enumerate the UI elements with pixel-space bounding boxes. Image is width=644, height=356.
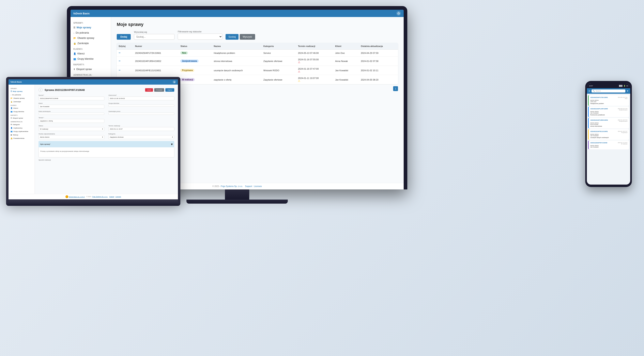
topic-value[interactable]: zapytanie o ofertę	[38, 119, 104, 123]
number-value: 20231228/AP/I97J/10648	[38, 97, 104, 100]
laptop-sidebar-export[interactable]: ⬆ Eksport spraw	[8, 116, 35, 120]
mobile-item-header: #20231228/AP/I97J/10648 2024-01-11 10:07…	[590, 142, 628, 145]
mobile-menu-button[interactable]: ☰	[588, 90, 590, 92]
alert-icon: ⚠	[298, 70, 300, 73]
mobile-filter-button[interactable]: ▼	[626, 90, 628, 92]
laptop-download-label: Do pobrania	[12, 94, 21, 96]
mobile-status-right: ▋▋▋ 🔋 60	[619, 85, 628, 87]
mobile-item-user: Jan Kowalski	[590, 146, 628, 148]
laptop-sidebar-categories[interactable]: ⚙ Kategorie	[8, 123, 35, 126]
laptop-support-link[interactable]: Support	[109, 196, 114, 197]
search-button[interactable]: Szukaj	[226, 34, 238, 40]
deadline-cell: 2024-01-16 07:55:00⚠	[296, 56, 333, 66]
mobile-item-desc: strona internetowa	[590, 126, 628, 127]
mobile-item-desc: Headphones problem	[590, 103, 628, 104]
update-cell: 2024-01-02 10:11	[359, 66, 398, 75]
search-label: Wyszukaj wg	[134, 31, 174, 33]
deadline-cell: 2024-01-11 10:07:00⚠	[296, 75, 333, 84]
protocol-button[interactable]: Protokół	[154, 88, 164, 92]
desc-toggle-icon[interactable]: ▾	[171, 142, 173, 146]
mobile-list-item[interactable]: #20240216/AP/L49F/10655 2024-03-01 07:40…	[588, 106, 629, 117]
search-input[interactable]	[134, 34, 174, 40]
laptop-sidebar-user-groups[interactable]: 👥 Grupy użytkowników	[8, 130, 35, 133]
support-link[interactable]: Support	[245, 185, 252, 187]
status-select[interactable]: W realizacji ▾	[38, 127, 104, 131]
sidebar-closed-label: Zamknięte	[78, 42, 89, 45]
client-label: Klient	[38, 102, 104, 104]
deadline-label: Termin realizacji	[108, 125, 174, 127]
footer-company-link[interactable]: Frigo Systems Sp. z o.o.	[221, 185, 243, 187]
sidebar-item-download[interactable]: ↓ Do pobrania	[70, 30, 111, 35]
mobile-item-admin: Admin Admin	[590, 111, 628, 112]
status-cell: W realizacji	[178, 75, 212, 84]
table-row: ✏ 20240102/AP/E13J/10651 Przypisana usun…	[117, 66, 398, 75]
edit-cell[interactable]: ✏	[117, 50, 133, 56]
client-cell: Jan Kowalski	[333, 75, 359, 84]
field-status: Status W realizacji ▾	[38, 125, 104, 131]
status-cell: Przypisana	[178, 66, 212, 75]
edit-icon[interactable]: ✏	[119, 60, 120, 62]
client-cell: John Doe	[333, 50, 359, 56]
laptop-sidebar-notifications[interactable]: 🔔 Powiadomienia	[8, 137, 35, 140]
laptop-screen: fsDesk Basic ⏻ SPRAWY: ☰ Moje sprawy ↓ D…	[8, 79, 178, 199]
laptop-sidebar-clients[interactable]: 👤 Klienci	[8, 106, 35, 110]
sidebar-item-clients[interactable]: 👤 Klienci	[70, 51, 111, 56]
mobile-list-item[interactable]: #20240102/AP/E13J/10651 2024-01-16 07:47…	[588, 129, 629, 140]
add-button[interactable]: Dodaj	[117, 34, 131, 40]
laptop-power-button[interactable]: ⏻	[173, 80, 176, 84]
field-created: Utworzone* 2023-12-28 10:09:02	[108, 94, 174, 100]
mobile-item-header: #20240429/AP/J72K/10661 2024-05-13 07:46…	[590, 97, 628, 99]
mobile-list-item[interactable]: #20231228/AP/I97J/10648 2024-01-11 10:07…	[588, 141, 629, 149]
sidebar-item-export[interactable]: ⬆ Eksport spraw	[70, 67, 111, 72]
laptop-sidebar-open[interactable]: 📂 Otwarte sprawy	[8, 97, 35, 100]
category-select[interactable]: Zapytanie ofertowe ▾	[108, 135, 174, 139]
signal-icon: ▋▋▋	[619, 85, 623, 87]
deadline-cell: 2024-01-16 07:47:00⚠	[296, 66, 333, 75]
laptop-sidebar-my-cases[interactable]: ☰ Moje sprawy	[8, 90, 35, 93]
mobile-search-bar[interactable]: 🔍 Search	[592, 89, 625, 92]
back-button[interactable]: ‹	[38, 88, 42, 92]
laptop-cases-icon: ☰	[10, 90, 12, 92]
detail-header: ‹ Sprawa 20231228/AP/I97J/10648 Usuń Pro…	[38, 88, 174, 92]
responsible-chevron-icon: ▾	[102, 136, 103, 138]
laptop-sidebar-users[interactable]: 👤 Użytkownicy	[8, 126, 35, 130]
licenses-link[interactable]: Licenses	[254, 185, 262, 187]
responsible-label: Osoba odpowiedzialna	[38, 133, 104, 135]
mobile-item-desc: Rozliczenie podatkowe	[590, 114, 628, 116]
mobile-list-item[interactable]: #20240429/AP/J72K/10661 2024-05-13 07:46…	[588, 95, 629, 106]
sidebar-item-closed[interactable]: 🔒 Zamknięte	[70, 41, 111, 46]
laptop-sidebar-closed[interactable]: 🔒 Zamknięte	[8, 100, 35, 103]
clear-button[interactable]: Wyczyść	[240, 34, 255, 40]
edit-cell[interactable]: ✏	[117, 56, 133, 66]
delete-button[interactable]: Usuń	[145, 88, 153, 92]
mobile-list-item[interactable]: #20240102/AP/J85H/10652 2024-01-16 07:53…	[588, 118, 629, 129]
status-badge: Przypisana	[180, 69, 194, 72]
mobile-time: 10:57	[589, 85, 593, 87]
laptop-footer-app-link[interactable]: fsDesk Basic ver. 1.24.17	[69, 196, 85, 197]
deadline-value[interactable]: 2024-01-11 10:07	[108, 127, 174, 131]
edit-cell[interactable]: ✏	[117, 66, 133, 75]
sidebar-item-open-cases[interactable]: 📂 Otwarte sprawy	[70, 35, 111, 41]
laptop-users-icon: 👤	[10, 127, 12, 129]
status-filter[interactable]	[178, 34, 222, 40]
page-1-button[interactable]: 1	[393, 86, 398, 91]
laptop-sidebar-statuses[interactable]: ◉ Statusy	[8, 133, 35, 137]
laptop-sidebar-download[interactable]: ↓ Do pobrania	[8, 93, 35, 97]
responsible-select[interactable]: Admin Admin ▾	[38, 135, 104, 139]
save-button[interactable]: Zapisz	[165, 88, 174, 92]
download-icon: ↓	[73, 31, 74, 34]
laptop-open-icon: 📂	[10, 97, 12, 99]
col-number: Numer	[133, 43, 178, 50]
power-button[interactable]: ⏻	[396, 11, 401, 15]
edit-icon[interactable]: ✏	[119, 69, 120, 71]
laptop-licenses-link[interactable]: Licenses	[116, 196, 121, 197]
clients-icon: 👤	[73, 52, 76, 55]
edit-icon[interactable]: ✏	[119, 52, 120, 54]
laptop-sidebar-groups[interactable]: 👥 Grupy klientów	[8, 110, 35, 113]
sidebar-item-client-groups[interactable]: 👥 Grupy klientów	[70, 56, 111, 61]
update-cell: 2024-04-05 08:20	[359, 75, 398, 84]
created-value: 2023-12-28 10:09:02	[108, 97, 174, 100]
mobile-frame: 10:57 ▋▋▋ 🔋 60 ☰ 🔍 Search ▼ #20240429/AP…	[585, 81, 632, 187]
sidebar-item-my-cases[interactable]: ☰ Moje sprawy	[70, 25, 111, 30]
laptop-footer-company[interactable]: Frigo Systems Sp. z o.o.	[92, 196, 108, 197]
